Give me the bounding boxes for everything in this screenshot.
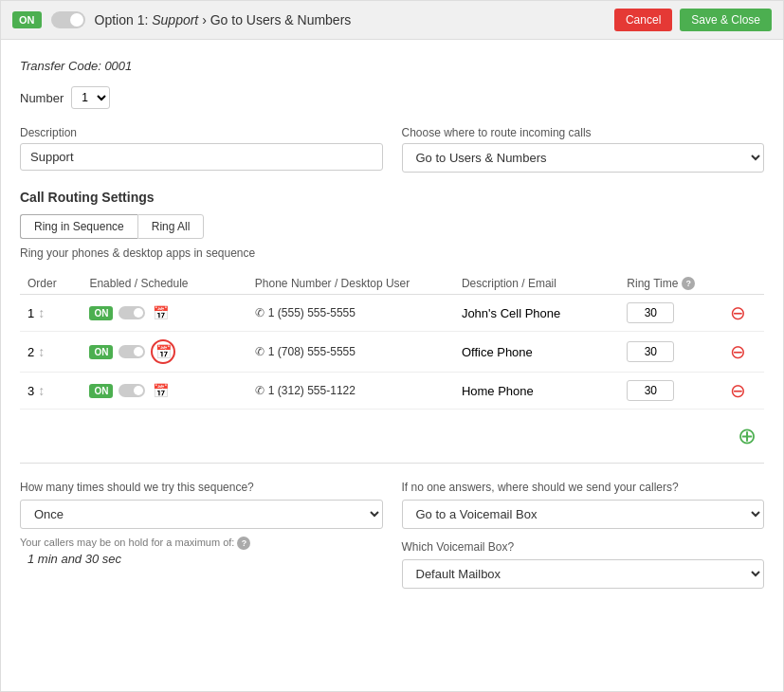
page-wrapper: ON Option 1: Support › Go to Users & Num… — [0, 0, 784, 692]
description-routing-row: Description Choose where to route incomi… — [20, 126, 764, 173]
routing-table: Order Enabled / Schedule Phone Number / … — [20, 273, 764, 410]
order-cell-3: 3 ↕ — [20, 373, 82, 410]
voicemail-select[interactable]: Default Mailbox — [402, 559, 765, 589]
action-cell-2: ⊖ — [722, 332, 764, 373]
header-arrow: › — [202, 12, 210, 27]
bottom-section: How many times should we try this sequen… — [20, 463, 764, 589]
ring-time-cell-1 — [619, 295, 722, 332]
ring-in-sequence-button[interactable]: Ring in Sequence — [20, 214, 137, 239]
order-number-2: 2 — [27, 345, 34, 359]
ring-all-button[interactable]: Ring All — [137, 214, 205, 239]
th-order: Order — [20, 273, 82, 295]
drag-handle-2[interactable]: ↕ — [38, 344, 45, 359]
th-enabled: Enabled / Schedule — [82, 273, 246, 295]
description-label: Description — [20, 126, 383, 139]
toggle-3[interactable] — [119, 384, 145, 397]
enabled-cell-2: ON 📅 — [82, 332, 246, 373]
voicemail-label: Which Voicemail Box? — [402, 540, 765, 554]
toggle-on-label: ON — [12, 11, 42, 28]
drag-handle-1[interactable]: ↕ — [38, 305, 45, 320]
phone-cell-3: ✆ 1 (312) 555-1122 — [247, 373, 454, 410]
toggle-2[interactable] — [119, 345, 145, 358]
phone-number-3: 1 (312) 555-1122 — [268, 384, 356, 397]
routing-select[interactable]: Go to Users & Numbers — [402, 143, 765, 173]
hold-value: 1 min and 30 sec — [20, 552, 383, 566]
phone-number-1: 1 (555) 555-5555 — [268, 306, 356, 319]
remove-button-2[interactable]: ⊖ — [730, 342, 746, 361]
table-row: 1 ↕ ON 📅 ✆ 1 (555) — [20, 295, 764, 332]
on-badge-3: ON — [89, 384, 113, 398]
no-answer-label: If no one answers, where should we send … — [402, 481, 765, 494]
order-number-3: 3 — [27, 384, 34, 398]
phone-cell-1: ✆ 1 (555) 555-5555 — [247, 295, 454, 332]
th-action — [722, 273, 764, 295]
action-cell-1: ⊖ — [722, 295, 764, 332]
table-row: 3 ↕ ON 📅 ✆ 1 (312) — [20, 373, 764, 410]
hold-help-icon[interactable]: ? — [237, 537, 250, 550]
ring-time-cell-3 — [619, 373, 722, 410]
order-cell-1: 1 ↕ — [20, 295, 82, 332]
desc-cell-2: Office Phone — [454, 332, 619, 373]
remove-button-1[interactable]: ⊖ — [730, 303, 746, 322]
number-row: Number 1 2 3 — [20, 86, 764, 109]
th-desc: Description / Email — [454, 273, 619, 295]
drag-handle-3[interactable]: ↕ — [38, 383, 45, 398]
bottom-right-col: If no one answers, where should we send … — [402, 481, 765, 589]
order-cell-2: 2 ↕ — [20, 332, 82, 373]
ring-description: Ring your phones & desktop apps in seque… — [20, 246, 764, 260]
phone-icon-3: ✆ — [255, 384, 264, 397]
phone-number-2: 1 (708) 555-5555 — [268, 345, 356, 358]
add-row: ⊕ — [20, 419, 764, 453]
desc-cell-3: Home Phone — [454, 373, 619, 410]
ring-time-input-2[interactable] — [627, 341, 674, 362]
main-content: Transfer Code: 0001 Number 1 2 3 Descrip… — [1, 40, 783, 608]
order-number-1: 1 — [27, 306, 34, 320]
description-col: Description — [20, 126, 383, 173]
transfer-code-value: 0001 — [104, 59, 132, 73]
phone-icon-2: ✆ — [255, 345, 264, 358]
transfer-code-row: Transfer Code: 0001 — [20, 59, 764, 73]
sequence-select[interactable]: Once — [20, 500, 383, 529]
header-left: ON Option 1: Support › Go to Users & Num… — [12, 11, 351, 28]
header-buttons: Cancel Save & Close — [614, 9, 772, 31]
description-input[interactable] — [20, 143, 383, 171]
cancel-button[interactable]: Cancel — [614, 9, 672, 31]
call-routing-title: Call Routing Settings — [20, 190, 764, 205]
calendar-icon-2-circled[interactable]: 📅 — [151, 339, 175, 364]
table-header: Order Enabled / Schedule Phone Number / … — [20, 273, 764, 295]
on-badge-1: ON — [89, 306, 113, 320]
calendar-icon-3[interactable]: 📅 — [151, 381, 170, 400]
routing-label: Choose where to route incoming calls — [402, 126, 765, 139]
hold-label: Your callers may be on hold for a maximu… — [20, 537, 383, 550]
remove-button-3[interactable]: ⊖ — [730, 381, 746, 400]
table-body: 1 ↕ ON 📅 ✆ 1 (555) — [20, 295, 764, 410]
ring-time-input-3[interactable] — [627, 380, 674, 401]
bottom-left-col: How many times should we try this sequen… — [20, 481, 383, 589]
save-close-button[interactable]: Save & Close — [680, 9, 772, 31]
routing-col: Choose where to route incoming calls Go … — [402, 126, 765, 173]
add-phone-button[interactable]: ⊕ — [738, 423, 757, 449]
sequence-label: How many times should we try this sequen… — [20, 481, 383, 494]
header-option: Option 1: — [95, 12, 149, 27]
number-select[interactable]: 1 2 3 — [71, 86, 110, 109]
ring-buttons: Ring in Sequence Ring All — [20, 214, 764, 239]
phone-icon-1: ✆ — [255, 306, 264, 319]
transfer-code-label: Transfer Code: — [20, 59, 101, 73]
enabled-cell-1: ON 📅 — [82, 295, 246, 332]
header-italic: Support — [152, 12, 198, 27]
th-ring-time: Ring Time ? — [619, 273, 722, 295]
th-phone: Phone Number / Desktop User — [247, 273, 454, 295]
no-answer-select[interactable]: Go to a Voicemail Box — [402, 500, 765, 529]
ring-time-cell-2 — [619, 332, 722, 373]
ring-time-help-icon[interactable]: ? — [682, 277, 695, 290]
header-title: Option 1: Support › Go to Users & Number… — [95, 12, 352, 27]
toggle-switch[interactable] — [51, 11, 85, 28]
calendar-icon-1[interactable]: 📅 — [151, 303, 170, 322]
number-label: Number — [20, 91, 64, 105]
enabled-cell-3: ON 📅 — [82, 373, 246, 410]
ring-time-input-1[interactable] — [627, 302, 674, 323]
phone-cell-2: ✆ 1 (708) 555-5555 — [247, 332, 454, 373]
header: ON Option 1: Support › Go to Users & Num… — [1, 1, 783, 40]
toggle-1[interactable] — [119, 306, 145, 319]
table-row: 2 ↕ ON 📅 ✆ 1 (708) — [20, 332, 764, 373]
